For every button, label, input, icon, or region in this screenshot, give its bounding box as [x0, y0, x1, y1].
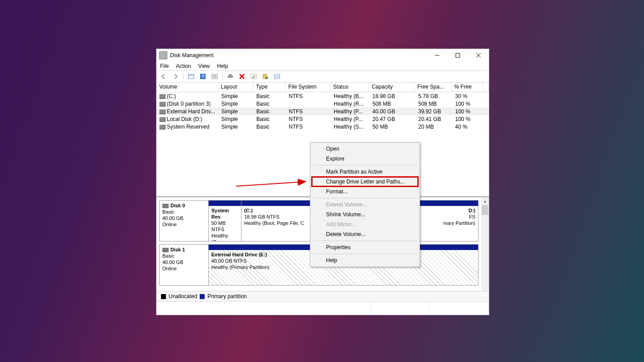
- column-file-system[interactable]: File System: [286, 83, 331, 92]
- table-cell: System Reserved: [157, 124, 219, 130]
- disk-icon: [162, 204, 169, 208]
- column-layout[interactable]: Layout: [218, 83, 253, 92]
- context-menu-item[interactable]: Format...: [312, 187, 418, 197]
- delete-button[interactable]: [237, 71, 247, 82]
- table-cell: 30 %: [452, 93, 484, 99]
- table-cell: Simple: [219, 101, 254, 107]
- table-cell: NTFS: [286, 116, 331, 122]
- svg-line-22: [236, 182, 306, 186]
- volume-icon: [159, 102, 165, 107]
- table-cell: 50 MB: [370, 124, 416, 130]
- table-row[interactable]: (C:)SimpleBasicNTFSHealthy (B...18.98 GB…: [157, 92, 489, 100]
- column-type[interactable]: Type: [253, 83, 286, 92]
- table-cell: Local Disk (D:): [157, 116, 219, 122]
- show-hide-console-button[interactable]: [186, 71, 197, 82]
- table-cell: 100 %: [452, 101, 484, 107]
- hardware-button[interactable]: [225, 71, 236, 82]
- vertical-scrollbar[interactable]: ▲: [481, 197, 489, 291]
- menu-file[interactable]: File: [159, 63, 170, 70]
- column-blank[interactable]: [483, 83, 489, 92]
- table-row[interactable]: (Disk 0 partition 3)SimpleBasicHealthy (…: [157, 100, 489, 107]
- table-cell: Healthy (R...: [331, 101, 370, 107]
- table-cell: 18.98 GB: [370, 93, 416, 99]
- table-cell: 40.00 GB: [370, 108, 416, 115]
- toolbar-separator: [222, 72, 223, 80]
- table-cell: 20 MB: [416, 124, 452, 130]
- context-menu-separator: [313, 254, 417, 254]
- context-menu-item[interactable]: Shrink Volume...: [312, 210, 418, 219]
- toolbar: ?: [157, 70, 489, 83]
- context-menu-item: Add Mirror...: [312, 219, 418, 229]
- table-cell: Basic: [254, 93, 286, 99]
- volume-icon: [159, 125, 165, 130]
- context-menu-item[interactable]: Help: [312, 255, 418, 265]
- menubar: File Action View Help: [157, 62, 489, 70]
- volume-icon: [159, 109, 165, 114]
- table-cell: NTFS: [286, 108, 331, 115]
- table-cell: 508 MB: [416, 101, 452, 107]
- context-menu-item[interactable]: Delete Volume...: [312, 229, 418, 239]
- table-cell: Healthy (S...: [331, 124, 370, 130]
- context-menu-separator: [313, 198, 417, 198]
- svg-rect-12: [228, 76, 233, 78]
- column-volume[interactable]: Volume: [157, 83, 218, 92]
- table-cell: (Disk 0 partition 3): [157, 101, 219, 107]
- scroll-up-icon[interactable]: ▲: [482, 198, 488, 205]
- window-title: Disk Management: [170, 52, 214, 58]
- column-capacity[interactable]: Capacity: [369, 83, 415, 92]
- titlebar[interactable]: Disk Management: [157, 49, 489, 62]
- context-menu-item[interactable]: Change Drive Letter and Paths...: [312, 177, 418, 187]
- svg-rect-1: [456, 54, 460, 58]
- table-cell: 100 %: [452, 108, 484, 115]
- table-row[interactable]: Local Disk (D:)SimpleBasicNTFSHealthy (P…: [157, 115, 489, 123]
- column-pct-free[interactable]: % Free: [452, 83, 483, 92]
- properties-button[interactable]: [209, 71, 220, 82]
- disk-info[interactable]: Disk 1Basic40.00 GBOnline: [159, 244, 209, 286]
- column-status[interactable]: Status: [331, 83, 369, 92]
- partition-body: System Res50 MB NTFSHealthy (Sys: [209, 206, 241, 241]
- partition[interactable]: System Res50 MB NTFSHealthy (Sys: [209, 200, 242, 241]
- legend-label-primary: Primary partition: [207, 293, 246, 299]
- help-button[interactable]: ?: [197, 71, 208, 82]
- svg-rect-4: [188, 74, 194, 79]
- list-button[interactable]: [272, 71, 282, 82]
- partition[interactable]: D:)FSmary Partition): [411, 200, 479, 241]
- nav-forward-button[interactable]: [170, 71, 181, 82]
- volume-table-header: Volume Layout Type File System Status Ca…: [157, 83, 489, 92]
- legend: Unallocated Primary partition: [157, 291, 489, 301]
- table-cell: 5.78 GB: [416, 93, 452, 99]
- table-cell: Simple: [219, 93, 254, 99]
- menu-view[interactable]: View: [197, 63, 211, 70]
- svg-point-18: [265, 76, 268, 79]
- context-menu-item[interactable]: Explore: [312, 154, 418, 164]
- minimize-button[interactable]: [427, 49, 447, 62]
- scroll-thumb[interactable]: [482, 205, 488, 215]
- maximize-button[interactable]: [447, 49, 468, 62]
- context-menu-separator: [313, 241, 417, 241]
- legend-swatch-primary: [200, 294, 205, 299]
- table-row[interactable]: External Hard Driv...SimpleBasicNTFSHeal…: [157, 107, 489, 115]
- table-cell: Simple: [219, 116, 254, 122]
- menu-action[interactable]: Action: [175, 63, 192, 70]
- table-row[interactable]: System ReservedSimpleBasicNTFSHealthy (S…: [157, 123, 489, 130]
- column-free-space[interactable]: Free Spa...: [415, 83, 452, 92]
- settings-button[interactable]: [248, 71, 259, 82]
- context-menu-item[interactable]: Open: [312, 144, 418, 154]
- annotation-arrow: [234, 176, 310, 190]
- table-cell: 20.47 GB: [370, 116, 416, 122]
- nav-back-button[interactable]: [158, 71, 169, 82]
- table-cell: 40 %: [452, 124, 484, 130]
- toolbar-separator: [183, 72, 183, 80]
- disk-info[interactable]: Disk 0Basic40.00 GBOnline: [159, 200, 209, 241]
- context-menu-item[interactable]: Properties: [312, 242, 418, 252]
- refresh-button[interactable]: [260, 71, 271, 82]
- context-menu: OpenExploreMark Partition as ActiveChang…: [310, 142, 420, 267]
- svg-rect-16: [251, 74, 256, 79]
- table-cell: Simple: [219, 124, 254, 130]
- table-cell: External Hard Driv...: [157, 108, 219, 115]
- menu-help[interactable]: Help: [216, 63, 229, 70]
- context-menu-item[interactable]: Mark Partition as Active: [312, 167, 418, 177]
- context-menu-separator: [313, 165, 417, 165]
- close-button[interactable]: [468, 49, 489, 62]
- table-cell: (C:): [157, 93, 219, 99]
